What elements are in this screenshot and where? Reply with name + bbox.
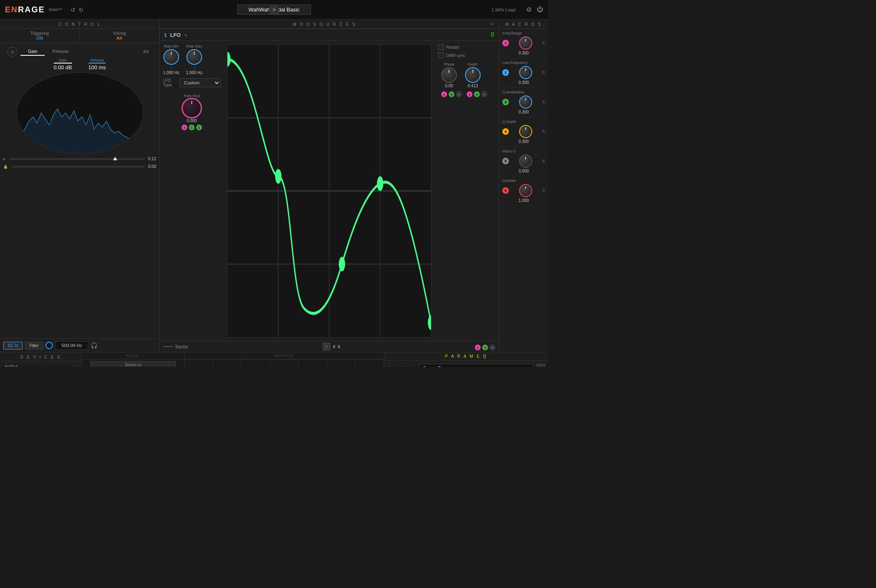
- lfo-grid-icon[interactable]: ⠿: [490, 32, 495, 38]
- eq-controls: User Label ⏻ EQ Type Peak Lo Shelf Hi Sh…: [384, 361, 548, 367]
- grid-cell-0-2[interactable]: [241, 359, 270, 367]
- depth-group: Depth 0.413: [465, 62, 481, 88]
- svg-point-10: [377, 176, 384, 191]
- headphone-icon[interactable]: 🎧: [91, 342, 98, 349]
- voicing-value: A4: [117, 36, 122, 41]
- eq-power-button[interactable]: ⏻: [537, 364, 545, 367]
- add-mod-source-button[interactable]: +: [489, 20, 494, 29]
- phase-mod-dark[interactable]: ●: [456, 91, 462, 97]
- lfo-bottom-dot-dark[interactable]: ●: [490, 345, 495, 350]
- macro-5-knob[interactable]: [519, 154, 532, 168]
- macro-5-grid-icon[interactable]: ⠿: [542, 159, 545, 163]
- mod-dot-2[interactable]: 1: [189, 125, 195, 130]
- a4-tab[interactable]: A4: [140, 48, 152, 55]
- phase-group: Phase 0.00: [441, 62, 457, 88]
- phase-mod-4[interactable]: 4: [449, 91, 454, 97]
- macro-4-knob[interactable]: [519, 125, 532, 138]
- phase-knob[interactable]: [441, 67, 457, 83]
- restart-checkbox[interactable]: [438, 44, 444, 50]
- step-square-btn[interactable]: □: [323, 343, 330, 350]
- scin-button[interactable]: SC In: [3, 342, 23, 350]
- macro-3-row: 3 ⠿: [502, 95, 545, 109]
- undo-button[interactable]: ↺: [70, 7, 75, 13]
- macro-2-row: 2 ⠿: [502, 66, 545, 79]
- mod-dot-3[interactable]: 1: [196, 125, 202, 130]
- waveform-display: [16, 72, 143, 154]
- bipolar-row: Bipolar: [163, 345, 188, 349]
- macro-5-value: 0.000: [502, 169, 545, 173]
- macro-6-knob[interactable]: [519, 184, 532, 197]
- mod-dot-1[interactable]: 1: [182, 125, 187, 130]
- rate-max-knob[interactable]: [186, 49, 202, 65]
- macro-6-grid-icon[interactable]: ⠿: [542, 188, 545, 193]
- scope-icon[interactable]: ◎: [7, 47, 17, 57]
- grid-cell-0-0[interactable]: [184, 359, 213, 367]
- eq-user-label-row: User Label ⏻: [388, 364, 545, 367]
- svg-point-9: [339, 257, 345, 272]
- macro-6-value: 1.000: [502, 198, 545, 203]
- rate-min-group: Rate Min ♪ 1.000 Hz: [163, 44, 179, 75]
- lfo-left-controls: Rate Min ♪ 1.000 Hz Rate Max ♪ 1.000 Hz …: [163, 44, 220, 338]
- gain-display-value: 0.00 dB: [54, 64, 72, 70]
- step-val-2: 4: [338, 344, 340, 349]
- device-inout[interactable]: In/Out +: [0, 361, 82, 367]
- matrix-grid: [184, 359, 384, 367]
- device-inout-name: In/Out: [5, 364, 17, 367]
- lfo-type-select[interactable]: Custom Sine Triangle Square: [179, 78, 220, 87]
- grid-cell-0-1[interactable]: [213, 359, 242, 367]
- macro-2-knob[interactable]: [519, 66, 532, 79]
- daw-sync-checkbox[interactable]: [438, 52, 444, 58]
- step-val-1: 4: [333, 344, 335, 349]
- eq-name-input[interactable]: [420, 364, 533, 367]
- control-section-header: C O N T R O L: [0, 20, 159, 29]
- preset-next-button[interactable]: >: [269, 5, 279, 14]
- depth-knob[interactable]: [465, 67, 481, 83]
- phase-label: Phase: [444, 62, 454, 66]
- macro-3-knob[interactable]: [519, 95, 532, 109]
- threshold-slider[interactable]: [10, 158, 144, 160]
- rate-min-label: Rate Min: [164, 44, 179, 48]
- triggering-tab[interactable]: Triggering ON: [0, 29, 80, 43]
- depth-mod-4[interactable]: 4: [474, 91, 480, 97]
- device-inout-add[interactable]: +: [73, 363, 77, 367]
- grid-cell-0-6[interactable]: [355, 359, 384, 367]
- macro-4-value: 0.300: [502, 139, 545, 144]
- lfo-bottom-dot-1[interactable]: 1: [475, 345, 481, 350]
- grid-cell-0-3[interactable]: [270, 359, 299, 367]
- macro-2-grid-icon[interactable]: ⠿: [542, 70, 545, 75]
- devices-section-header: D E V I C E S: [0, 352, 82, 361]
- threshold-lo-slider[interactable]: [12, 166, 144, 168]
- gain-tab[interactable]: Gain: [20, 48, 45, 56]
- macro-3-grid-icon[interactable]: ⠿: [542, 100, 545, 104]
- lfo-bottom-dot-4[interactable]: 4: [482, 345, 488, 350]
- grid-cell-0-5[interactable]: [327, 359, 356, 367]
- macro-4-grid-icon[interactable]: ⠿: [542, 129, 545, 134]
- depth-mod-dark[interactable]: ●: [481, 91, 487, 97]
- rate-mod-knob[interactable]: [182, 98, 202, 118]
- filter-toggle[interactable]: [45, 342, 53, 349]
- phase-mod-1[interactable]: 1: [441, 91, 447, 97]
- bipolar-line: [163, 346, 173, 347]
- release-tab[interactable]: Release: [45, 48, 76, 56]
- macro-3-number: 3: [502, 99, 509, 105]
- cpu-load-display: 1.94% Load: [491, 7, 515, 12]
- phase-depth-mod-row: 1 4 ● 1 4 ●: [441, 91, 492, 97]
- macro-1-name: Freq Range: [502, 31, 545, 35]
- filter-button[interactable]: Filter: [25, 342, 43, 350]
- macro-1-grid-icon[interactable]: ⠿: [542, 41, 545, 45]
- redo-button[interactable]: ↻: [79, 7, 84, 13]
- release-tab-active: Release: [89, 58, 106, 64]
- macro-6-number: 6: [502, 187, 509, 194]
- macro-item-6: Dry/Wet 6 ⠿ 1.000: [499, 176, 548, 206]
- power-icon[interactable]: ⏻: [537, 6, 543, 14]
- voicing-label: Voicing: [113, 31, 126, 36]
- depth-mod-1[interactable]: 1: [467, 91, 472, 97]
- rate-min-knob[interactable]: [163, 49, 179, 65]
- macro-2-name: Low Frequency: [502, 61, 545, 65]
- macro-1-knob[interactable]: [519, 36, 532, 50]
- param-eq-panel: P A R A M E Q User Label ⏻ EQ Type Peak …: [384, 352, 548, 367]
- grid-cell-0-4[interactable]: [298, 359, 327, 367]
- boon-logo: boon™: [49, 7, 62, 12]
- voicing-tab[interactable]: Voicing A4: [80, 29, 160, 43]
- settings-icon[interactable]: ⚙: [526, 6, 532, 14]
